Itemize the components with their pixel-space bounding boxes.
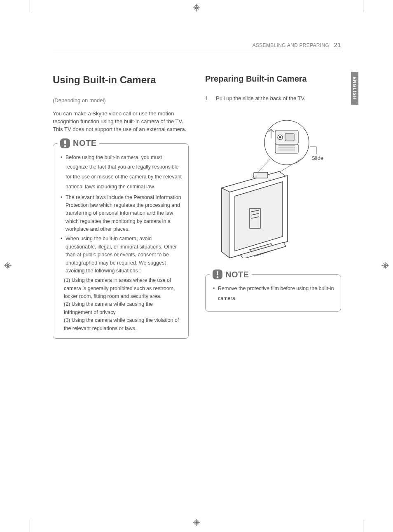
page-number: 21 [334, 41, 341, 48]
svg-rect-32 [254, 172, 268, 178]
depends-note: (Depending on model) [53, 97, 189, 103]
note-box-right: NOTE Remove the protective film before u… [205, 274, 341, 312]
note-subitem: (2) Using the camera while causing the i… [59, 300, 182, 316]
right-column: Preparing Built-in Camera 1 Pull up the … [205, 74, 341, 339]
registration-mark-icon [193, 519, 200, 528]
registration-mark-icon [381, 262, 389, 271]
running-header: ASSEMBLING AND PREPARING 21 [53, 41, 341, 51]
note-title: NOTE [73, 138, 97, 148]
svg-rect-33 [250, 209, 260, 228]
step-1: 1 Pull up the slide at the back of the T… [205, 95, 341, 101]
crop-mark [363, 520, 363, 532]
left-column: Using Built-in Camera (Depending on mode… [53, 74, 189, 339]
registration-mark-icon [193, 4, 200, 13]
language-tab: ENGLISH [351, 72, 358, 105]
crop-mark [363, 0, 363, 12]
figure-slide-label: Slide [311, 155, 323, 161]
crop-mark [30, 0, 30, 12]
svg-point-26 [279, 136, 281, 138]
note-subitem: (1) Using the camera in areas where the … [59, 277, 182, 300]
registration-mark-icon [4, 262, 12, 271]
svg-rect-27 [285, 134, 294, 141]
section-title: ASSEMBLING AND PREPARING [253, 42, 329, 48]
note-title: NOTE [225, 270, 249, 279]
crop-mark [30, 520, 30, 532]
note-box-left: NOTE Before using the built-in camera, y… [53, 143, 189, 339]
note-item: The relevant laws include the Personal I… [61, 194, 182, 234]
alert-icon [60, 138, 70, 149]
page-content: ASSEMBLING AND PREPARING 21 Using Built-… [53, 41, 341, 339]
note-item: Remove the protective film before using … [213, 284, 335, 304]
heading-preparing-camera: Preparing Built-in Camera [205, 74, 341, 84]
step-text: Pull up the slide at the back of the TV. [216, 95, 306, 101]
step-number: 1 [205, 95, 210, 101]
svg-point-18 [64, 145, 66, 147]
svg-rect-38 [217, 271, 218, 275]
svg-rect-17 [64, 140, 66, 144]
note-subitem: (3) Using the camera while causing the v… [59, 316, 182, 333]
alert-icon [212, 269, 223, 280]
svg-rect-21 [275, 144, 298, 153]
svg-point-39 [217, 276, 218, 278]
intro-paragraph: You can make a Skype video call or use t… [53, 110, 189, 134]
heading-using-camera: Using Built-in Camera [53, 74, 189, 86]
tv-slide-figure: Slide [205, 110, 341, 258]
note-item: Before using the built-in camera, you mu… [61, 153, 182, 192]
note-item: When using the built-in camera, avoid qu… [61, 235, 182, 275]
